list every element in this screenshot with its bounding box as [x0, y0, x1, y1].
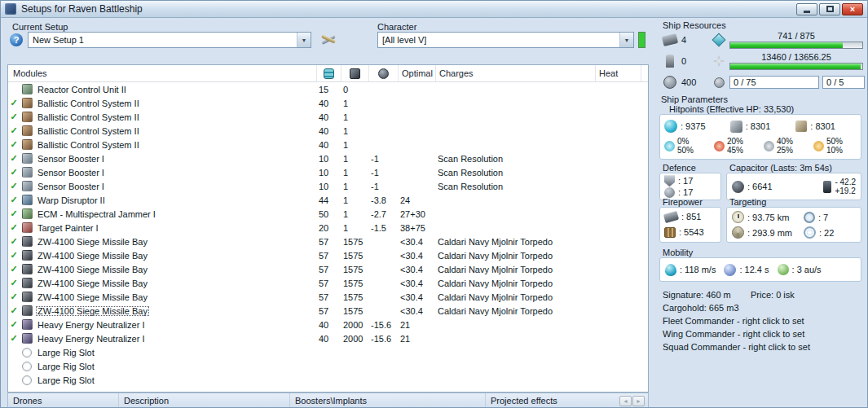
max-targets-icon: [804, 212, 815, 223]
module-name: Ballistic Control System II: [36, 112, 141, 122]
module-name: Large Rig Slot: [36, 362, 96, 371]
table-row[interactable]: ✓ Warp Disruptor II 44 1 -3.8 24: [8, 193, 648, 207]
drone-bay-value: 0 / 75: [729, 76, 819, 89]
table-row[interactable]: ✓ ZW-4100 Siege Missile Bay 57 1575 <30.…: [8, 248, 648, 262]
tab-projected-effects[interactable]: Projected effects: [486, 393, 619, 408]
tab-description[interactable]: Description: [119, 393, 290, 408]
signature-text: Signature: 460 m: [663, 290, 731, 300]
active-check-icon: ✓: [8, 110, 20, 124]
ship-resources-label: Ship Resources: [663, 20, 726, 30]
armor-hp-value: : 8301: [746, 121, 771, 131]
setup-select[interactable]: New Setup 1 ▼: [28, 32, 311, 48]
capacitor-balance: - 42.2+19.2: [823, 178, 856, 195]
character-skill-bar: [638, 32, 645, 48]
module-name: Sensor Booster I: [36, 182, 106, 191]
module-cpu-value: 57: [316, 279, 341, 288]
align-time-icon: [724, 264, 736, 276]
fleet-commander-text[interactable]: Fleet Commander - right click to set: [663, 316, 804, 326]
modules-column-header[interactable]: Modules: [8, 65, 316, 81]
table-row[interactable]: ✓ Sensor Booster I 10 1 -1 Scan Resoluti…: [8, 151, 648, 165]
module-icon: [22, 112, 33, 122]
help-icon[interactable]: ?: [10, 33, 23, 46]
close-button[interactable]: ×: [842, 3, 863, 15]
dps-icon: [663, 211, 679, 223]
powergrid-usage-text: 13460 / 13656.25: [729, 53, 863, 62]
table-row[interactable]: Reactor Control Unit II 15 0: [8, 82, 648, 96]
module-charges-value: Scan Resolution: [435, 168, 595, 178]
table-row[interactable]: ✓ Heavy Energy Neutralizer I 40 2000 -15…: [8, 318, 648, 331]
table-row[interactable]: ✓ ECM - Multispectral Jammer I 50 1 -2.7…: [8, 207, 648, 221]
powergrid-icon: [350, 68, 360, 79]
active-check-icon: ✓: [8, 96, 20, 110]
module-cpu-value: 40: [316, 334, 341, 344]
wing-commander-text[interactable]: Wing Commander - right click to set: [663, 329, 804, 339]
tab-scroll-right-icon[interactable]: ►: [632, 396, 645, 406]
heat-column-header[interactable]: Heat: [595, 65, 641, 81]
tab-drones[interactable]: Drones: [8, 393, 119, 408]
defence-reinforced: : 17: [664, 175, 716, 186]
charges-column-header[interactable]: Charges: [435, 65, 595, 81]
table-row[interactable]: Large Rig Slot: [8, 345, 648, 359]
table-row[interactable]: ✓ Ballistic Control System II 40 1: [8, 110, 648, 124]
cpu-column-header[interactable]: [316, 65, 341, 81]
align-time-value: : 12.4 s: [739, 265, 769, 274]
maximize-button[interactable]: [819, 3, 840, 15]
active-check-icon: ✓: [8, 318, 20, 331]
sustained-defence-icon: [664, 187, 675, 198]
table-row[interactable]: ✓ ZW-4100 Siege Missile Bay 57 1575 <30.…: [8, 276, 648, 290]
table-row[interactable]: ✓ ZW-4100 Siege Missile Bay 57 1575 <30.…: [8, 304, 648, 318]
character-select[interactable]: [All level V] ▼: [377, 32, 634, 48]
squad-commander-text[interactable]: Squad Commander - right click to set: [663, 342, 810, 352]
module-icon: [22, 98, 33, 108]
table-row[interactable]: ✓ Ballistic Control System II 40 1: [8, 124, 648, 138]
table-row[interactable]: Large Rig Slot: [8, 359, 648, 373]
title-bar[interactable]: Setups for Raven Battleship ×: [1, 1, 867, 18]
module-optimal-value: <30.4: [398, 251, 435, 261]
powergrid-column-header[interactable]: [341, 65, 368, 81]
module-optimal-value: 38+75: [398, 223, 435, 233]
table-row[interactable]: ✓ Target Painter I 20 1 -1.5 38+75: [8, 221, 648, 235]
table-row[interactable]: ✓ Ballistic Control System II 40 1: [8, 96, 648, 110]
table-row[interactable]: ✓ ZW-4100 Siege Missile Bay 57 1575 <30.…: [8, 235, 648, 248]
current-setup-label: Current Setup: [12, 22, 68, 32]
module-icon: [22, 264, 33, 274]
table-row[interactable]: ✓ Sensor Booster I 10 1 -1 Scan Resoluti…: [8, 165, 648, 179]
module-optimal-value: <30.4: [398, 237, 435, 247]
module-cpu-value: 40: [316, 126, 341, 136]
setup-tools-icon[interactable]: [319, 33, 337, 46]
module-name: Ballistic Control System II: [36, 126, 141, 136]
module-name: ECM - Multispectral Jammer I: [36, 209, 157, 219]
active-check-icon: ✓: [8, 304, 20, 318]
optimal-column-header[interactable]: Optimal: [398, 65, 435, 81]
align-time: : 12.4 s: [724, 264, 769, 276]
em-resist-icon: [664, 141, 675, 151]
module-cpu-value: 40: [316, 112, 341, 122]
table-row[interactable]: ✓ ZW-4100 Siege Missile Bay 57 1575 <30.…: [8, 262, 648, 276]
kinetic-shield-resist: 40%: [777, 137, 793, 146]
table-row[interactable]: ✓ Ballistic Control System II 40 1: [8, 138, 648, 151]
defence-label: Defence: [663, 163, 696, 173]
table-row[interactable]: ✓ Heavy Energy Neutralizer I 40 2000 -15…: [8, 331, 648, 345]
cpu-bar-fill: [730, 42, 843, 48]
tab-scroll-left-icon[interactable]: ◄: [619, 396, 632, 406]
module-powergrid-value: 1575: [341, 265, 368, 274]
armor-hp: : 8301: [730, 121, 791, 133]
module-cap-value: -1.5: [368, 223, 398, 233]
module-powergrid-value: 2000: [341, 334, 368, 344]
tab-boosters-implants[interactable]: Boosters\Implants: [290, 393, 486, 408]
table-row[interactable]: ✓ ZW-4100 Siege Missile Bay 57 1575 <30.…: [8, 290, 648, 304]
dps-value: : 851: [681, 212, 701, 222]
resource-row-drones: 400 0 / 75 0 / 5: [659, 72, 863, 92]
capacitor-column-header[interactable]: [368, 65, 398, 81]
module-charges-value: Caldari Navy Mjolnir Torpedo: [435, 292, 595, 302]
module-name: ZW-4100 Siege Missile Bay: [36, 265, 149, 274]
table-row[interactable]: ✓ Sensor Booster I 10 1 -1 Scan Resoluti…: [8, 179, 648, 193]
targeting-label: Targeting: [729, 197, 766, 207]
minimize-button[interactable]: [796, 3, 817, 15]
firepower-volley: : 5543: [664, 227, 716, 238]
max-targets: : 7: [804, 212, 856, 223]
active-check-icon: ✓: [8, 331, 20, 345]
table-row[interactable]: Large Rig Slot: [8, 373, 648, 387]
module-cpu-value: 57: [316, 237, 341, 247]
reinforced-defence-value: : 17: [678, 176, 693, 186]
